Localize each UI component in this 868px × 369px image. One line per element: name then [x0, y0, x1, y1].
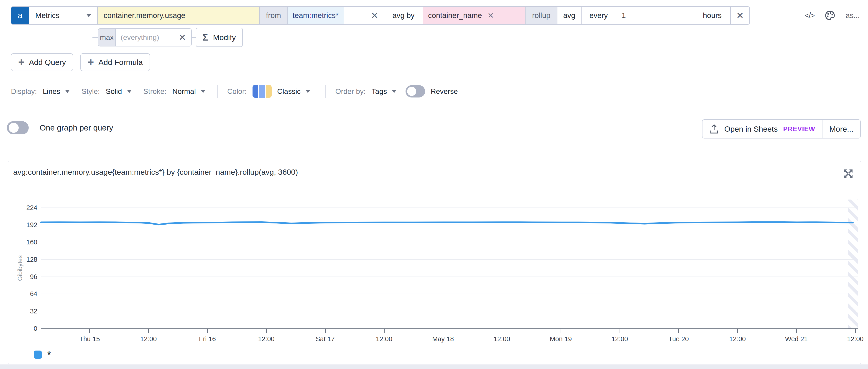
- order-by-select[interactable]: Tags: [372, 87, 387, 96]
- remove-rollup-icon[interactable]: ✕: [736, 11, 744, 20]
- every-label-cell: every: [581, 7, 616, 24]
- x-tick-label: Wed 21: [785, 335, 808, 343]
- chevron-down-icon[interactable]: [392, 90, 396, 93]
- x-tick-mark: [502, 329, 502, 333]
- add-query-label: Add Query: [29, 58, 66, 67]
- aggregation-fn[interactable]: max: [98, 29, 116, 46]
- toggle-knob: [9, 123, 19, 133]
- x-tick-mark: [266, 329, 267, 333]
- swatch-stripe: [266, 85, 272, 98]
- series-line: [41, 222, 853, 224]
- display-select[interactable]: Lines: [43, 87, 60, 96]
- from-label: from: [266, 11, 281, 20]
- x-tick-label: Fri 16: [199, 335, 216, 343]
- x-tick-mark: [148, 329, 149, 333]
- legend-item[interactable]: *: [34, 350, 51, 359]
- group-tag-value: container_name: [428, 11, 482, 20]
- chevron-down-icon[interactable]: [65, 90, 70, 93]
- alias-as-button[interactable]: as...: [846, 11, 860, 20]
- y-tick-label: 96: [30, 273, 37, 281]
- legend-label: *: [48, 350, 51, 359]
- interval-input[interactable]: [616, 7, 694, 24]
- plot-area[interactable]: [41, 199, 858, 329]
- connector-line: [92, 37, 98, 38]
- chevron-down-icon[interactable]: [306, 90, 310, 93]
- remove-aggregation-icon[interactable]: ✕: [179, 33, 186, 42]
- color-select[interactable]: Classic: [277, 87, 301, 96]
- y-tick-label: 128: [26, 256, 37, 263]
- stroke-select[interactable]: Normal: [173, 87, 196, 96]
- y-tick-labels: 2241921601289664320: [8, 199, 37, 329]
- from-label-cell: from: [259, 7, 287, 24]
- open-in-sheets-label: Open in Sheets: [724, 125, 778, 133]
- legend-swatch: [34, 350, 42, 359]
- remove-rollup-cell[interactable]: ✕: [730, 7, 749, 24]
- open-in-sheets-button[interactable]: Open in Sheets PREVIEW: [703, 120, 822, 138]
- filter-tag-chip[interactable]: team:metrics*: [287, 7, 344, 24]
- display-label: Display:: [11, 87, 37, 96]
- avg-by-cell[interactable]: avg by: [384, 7, 423, 24]
- x-tick-label: 12:00: [611, 335, 628, 343]
- data-source-select[interactable]: Metrics: [29, 7, 97, 24]
- reverse-toggle[interactable]: [406, 85, 425, 97]
- x-tick-label: Tue 20: [669, 335, 689, 343]
- interval-unit-cell[interactable]: hours: [694, 7, 730, 24]
- metric-input[interactable]: [98, 7, 259, 24]
- add-actions-row: + Add Query + Add Formula: [11, 53, 150, 71]
- preview-badge: PREVIEW: [783, 125, 815, 133]
- chevron-down-icon[interactable]: [127, 90, 132, 93]
- x-tick-mark: [325, 329, 326, 333]
- query-letter-badge[interactable]: a: [11, 7, 29, 24]
- toggle-knob: [407, 87, 416, 96]
- remove-filter-icon[interactable]: ✕: [371, 11, 384, 20]
- x-tick-label: Mon 19: [550, 335, 572, 343]
- sigma-icon: Σ: [203, 32, 208, 42]
- aggregation-scope-input[interactable]: [116, 29, 179, 46]
- query-bar: a Metrics from team:metrics* ✕ avg by co…: [11, 6, 750, 25]
- x-tick-label: Thu 15: [79, 335, 100, 343]
- style-select[interactable]: Solid: [106, 87, 122, 96]
- palette-icon[interactable]: [825, 10, 835, 21]
- one-graph-toggle[interactable]: [7, 121, 29, 134]
- filter-tag-value: metrics*: [311, 11, 339, 20]
- group-tag-chip[interactable]: container_name ✕: [423, 7, 525, 24]
- x-tick-mark: [561, 329, 561, 333]
- add-formula-button[interactable]: + Add Formula: [81, 53, 150, 71]
- expand-icon[interactable]: [842, 167, 854, 180]
- x-tick-mark: [678, 329, 679, 333]
- data-source-value: Metrics: [35, 11, 59, 20]
- metric-field-cell: [97, 7, 259, 24]
- remove-group-icon[interactable]: ✕: [488, 11, 494, 19]
- x-tick-mark: [207, 329, 208, 333]
- y-tick-label: 224: [26, 204, 37, 212]
- chart-title: avg:container.memory.usage{team:metrics*…: [13, 167, 298, 177]
- x-tick-label: 12:00: [494, 335, 510, 343]
- code-view-icon[interactable]: </>: [805, 11, 814, 20]
- rollup-label: rollup: [532, 11, 551, 20]
- filter-tag-key: team: [292, 11, 309, 20]
- x-tick-mark: [737, 329, 738, 333]
- x-tick-row: Thu 1512:00Fri 1612:00Sat 1712:00May 181…: [41, 329, 858, 345]
- modify-label: Modify: [213, 33, 236, 42]
- color-palette-swatch[interactable]: [252, 85, 272, 98]
- y-tick-label: 64: [30, 290, 37, 298]
- x-tick-label: 12:00: [258, 335, 275, 343]
- group-by-cell[interactable]: container_name ✕: [423, 7, 525, 24]
- add-query-button[interactable]: + Add Query: [11, 53, 73, 71]
- one-graph-label: One graph per query: [40, 123, 113, 132]
- stroke-label: Stroke:: [144, 87, 166, 96]
- swatch-stripe: [252, 85, 258, 98]
- modify-button[interactable]: Σ Modify: [196, 28, 243, 47]
- space-aggregation-row: max ✕ Σ Modify: [92, 28, 243, 47]
- filter-tag-cell[interactable]: team:metrics* ✕: [287, 7, 384, 24]
- interval-unit-value: hours: [703, 11, 722, 20]
- rollup-fn-cell[interactable]: avg: [557, 7, 581, 24]
- x-tick-label: 12:00: [729, 335, 746, 343]
- aggregation-group: max ✕: [98, 28, 192, 47]
- vertical-divider: [217, 85, 218, 98]
- rollup-label-cell: rollup: [525, 7, 557, 24]
- more-button[interactable]: More...: [822, 120, 860, 138]
- style-label: Style:: [82, 87, 100, 96]
- chevron-down-icon[interactable]: [201, 90, 206, 93]
- x-tick-label: 12:00: [847, 335, 864, 343]
